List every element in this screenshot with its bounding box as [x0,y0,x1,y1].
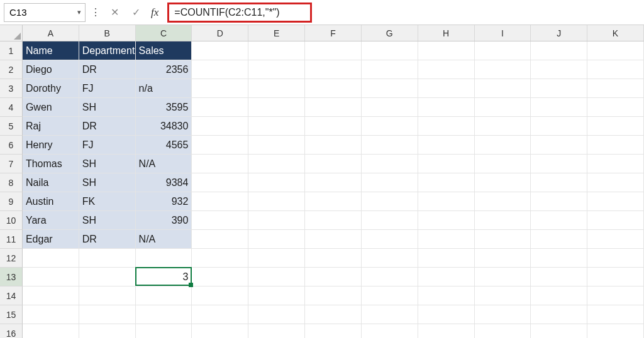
cell-I15[interactable] [475,305,531,324]
cell-K15[interactable] [587,305,644,324]
cell-A11[interactable]: Edgar [23,230,79,249]
cell-F2[interactable] [305,60,362,79]
cell-G14[interactable] [362,286,418,305]
cell-H12[interactable] [418,249,475,268]
cell-I9[interactable] [475,192,531,211]
column-header-F[interactable]: F [305,25,362,41]
cell-E1[interactable] [248,41,305,60]
name-box[interactable]: C13 ▾ [4,3,86,22]
cell-J15[interactable] [531,305,587,324]
cell-G8[interactable] [362,173,418,192]
cell-C15[interactable] [136,305,192,324]
cell-I16[interactable] [475,324,531,338]
row-header-13[interactable]: 13 [0,268,23,286]
row-header-2[interactable]: 2 [0,60,23,79]
cell-E9[interactable] [248,192,305,211]
cell-D5[interactable] [192,117,248,136]
column-header-A[interactable]: A [23,25,79,41]
cell-E13[interactable] [248,268,305,286]
cell-A4[interactable]: Gwen [23,98,79,117]
cell-A14[interactable] [23,286,79,305]
cell-E11[interactable] [248,230,305,249]
cell-F4[interactable] [305,98,362,117]
cell-G13[interactable] [362,268,418,286]
cell-J3[interactable] [531,79,587,98]
cell-J5[interactable] [531,117,587,136]
cell-G9[interactable] [362,192,418,211]
cell-K4[interactable] [587,98,644,117]
cell-A12[interactable] [23,249,79,268]
cell-B13[interactable] [79,268,136,286]
cell-K7[interactable] [587,155,644,173]
cell-H15[interactable] [418,305,475,324]
cell-E16[interactable] [248,324,305,338]
cell-D13[interactable] [192,268,248,286]
cell-C10[interactable]: 390 [136,211,192,230]
cell-B14[interactable] [79,286,136,305]
row-header-11[interactable]: 11 [0,230,23,249]
cell-J13[interactable] [531,268,587,286]
cell-C3[interactable]: n/a [136,79,192,98]
column-header-J[interactable]: J [531,25,587,41]
cell-I14[interactable] [475,286,531,305]
cell-F12[interactable] [305,249,362,268]
cell-D3[interactable] [192,79,248,98]
cell-J10[interactable] [531,211,587,230]
row-header-8[interactable]: 8 [0,173,23,192]
cell-K6[interactable] [587,136,644,155]
cell-K2[interactable] [587,60,644,79]
cell-H8[interactable] [418,173,475,192]
cell-J2[interactable] [531,60,587,79]
cell-K16[interactable] [587,324,644,338]
row-header-9[interactable]: 9 [0,192,23,211]
cell-A3[interactable]: Dorothy [23,79,79,98]
cell-E2[interactable] [248,60,305,79]
confirm-formula-button[interactable]: ✓ [127,4,145,21]
cell-A13[interactable] [23,268,79,286]
cell-H14[interactable] [418,286,475,305]
cell-A10[interactable]: Yara [23,211,79,230]
cell-H5[interactable] [418,117,475,136]
cell-J7[interactable] [531,155,587,173]
cell-G15[interactable] [362,305,418,324]
cell-A15[interactable] [23,305,79,324]
cell-J4[interactable] [531,98,587,117]
cell-H3[interactable] [418,79,475,98]
cell-D9[interactable] [192,192,248,211]
cell-F6[interactable] [305,136,362,155]
cell-E5[interactable] [248,117,305,136]
cell-B12[interactable] [79,249,136,268]
cell-I4[interactable] [475,98,531,117]
cell-C7[interactable]: N/A [136,155,192,173]
cell-K8[interactable] [587,173,644,192]
column-header-D[interactable]: D [192,25,248,41]
cancel-formula-button[interactable]: ✕ [106,4,123,21]
row-header-12[interactable]: 12 [0,249,23,268]
cell-I12[interactable] [475,249,531,268]
cell-G2[interactable] [362,60,418,79]
column-header-C[interactable]: C [136,25,192,41]
cell-C12[interactable] [136,249,192,268]
cell-C2[interactable]: 2356 [136,60,192,79]
cell-G1[interactable] [362,41,418,60]
cell-I1[interactable] [475,41,531,60]
cell-J14[interactable] [531,286,587,305]
column-header-H[interactable]: H [418,25,475,41]
cell-D2[interactable] [192,60,248,79]
cell-D12[interactable] [192,249,248,268]
column-header-K[interactable]: K [587,25,644,41]
cell-H6[interactable] [418,136,475,155]
cell-E6[interactable] [248,136,305,155]
cell-E4[interactable] [248,98,305,117]
cell-E10[interactable] [248,211,305,230]
cell-B10[interactable]: SH [79,211,136,230]
cell-K3[interactable] [587,79,644,98]
cell-D15[interactable] [192,305,248,324]
column-header-G[interactable]: G [362,25,418,41]
cell-B3[interactable]: FJ [79,79,136,98]
cell-D14[interactable] [192,286,248,305]
row-header-15[interactable]: 15 [0,305,23,324]
cell-C14[interactable] [136,286,192,305]
cell-G3[interactable] [362,79,418,98]
cell-H7[interactable] [418,155,475,173]
